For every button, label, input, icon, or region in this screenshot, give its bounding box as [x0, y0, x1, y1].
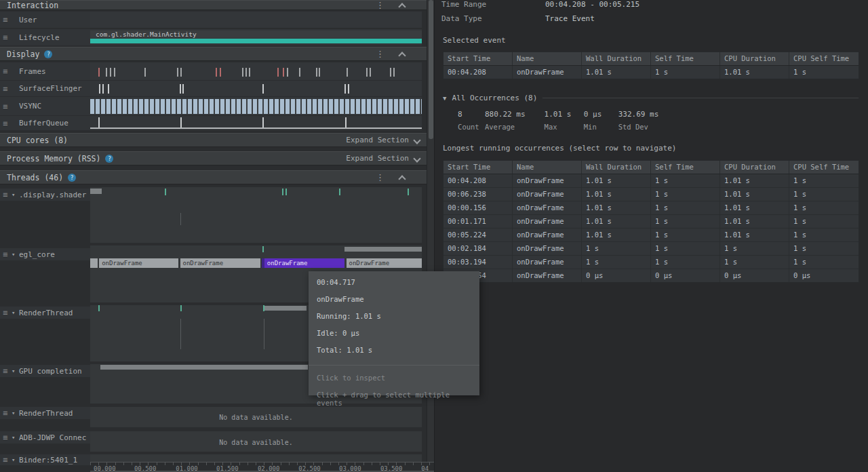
- column-header[interactable]: Name: [513, 52, 582, 65]
- table-row[interactable]: 00:00.156 onDrawFrame 1.01 s 1 s 1.01 s …: [443, 201, 859, 215]
- kebab-menu-icon[interactable]: ⋮: [376, 172, 384, 182]
- expand-caret-icon[interactable]: ▾: [12, 434, 15, 441]
- table-row[interactable]: 00:04.208 onDrawFrame 1.01 s 1 s 1.01 s …: [443, 174, 859, 188]
- track-thread-display-shader[interactable]: [90, 187, 422, 243]
- thread-label-adb-jdwp[interactable]: ≡ ▾ ADB-JDWP Connec: [0, 431, 90, 444]
- drag-handle-icon[interactable]: ≡: [3, 84, 7, 94]
- drag-handle-icon[interactable]: ≡: [3, 102, 7, 111]
- column-header[interactable]: CPU Self Time: [789, 52, 859, 65]
- scrollbar-thumb[interactable]: [429, 0, 433, 139]
- drag-handle-icon[interactable]: ≡: [3, 366, 7, 376]
- row-label-surfaceflinger[interactable]: ≡ SurfaceFlinger: [0, 81, 90, 96]
- drag-handle-icon[interactable]: ≡: [3, 433, 7, 442]
- column-header[interactable]: Start Time: [443, 161, 513, 174]
- thread-label-renderthread[interactable]: ≡ ▾ RenderThread: [0, 307, 90, 319]
- lifecycle-event[interactable]: com.gl.shader.MainActivity: [90, 31, 422, 38]
- column-header[interactable]: CPU Duration: [720, 52, 789, 65]
- track-frames[interactable]: [90, 62, 422, 80]
- help-icon[interactable]: ?: [105, 155, 113, 163]
- column-header[interactable]: CPU Self Time: [789, 161, 859, 174]
- frames-ticks: [90, 68, 422, 77]
- help-icon[interactable]: ?: [68, 174, 76, 182]
- thread-label-display-shader[interactable]: ≡ ▾ .display.shader: [0, 189, 90, 201]
- expand-caret-icon[interactable]: ▾: [12, 191, 15, 198]
- expand-caret-icon[interactable]: ▾: [12, 309, 15, 316]
- table-row[interactable]: 00:04.208 onDrawFrame 1.01 s 1 s 1.01 s …: [443, 66, 859, 79]
- track-user[interactable]: [90, 12, 422, 28]
- drag-handle-icon[interactable]: ≡: [3, 66, 7, 76]
- table-row[interactable]: 00:01.171 onDrawFrame 1.01 s 1 s 1.01 s …: [443, 215, 859, 229]
- thread-label-egl-core[interactable]: ≡ ▾ egl_core: [0, 248, 90, 260]
- drag-handle-icon[interactable]: ≡: [3, 408, 7, 418]
- column-header[interactable]: Name: [513, 161, 582, 174]
- cell-name: onDrawFrame: [513, 256, 582, 269]
- lifecycle-activity-bar[interactable]: [90, 39, 422, 43]
- expand-section-button[interactable]: Expand Section: [346, 136, 420, 144]
- trace-event-ondrawframe[interactable]: onDrawFrame: [347, 258, 422, 268]
- row-label-lifecycle[interactable]: ≡ Lifecycle: [0, 29, 90, 45]
- cell-cpu-self-time: 1 s: [789, 66, 859, 79]
- drag-handle-icon[interactable]: ≡: [3, 308, 7, 317]
- section-header-interaction[interactable]: Interaction ⋮: [0, 0, 427, 10]
- column-header[interactable]: Wall Duration: [582, 161, 651, 174]
- all-occurrences-header[interactable]: ▼ All Occurrences (8): [443, 94, 859, 102]
- thread-label-binder[interactable]: ≡ ▾ Binder:5401_1: [0, 454, 90, 465]
- table-row[interactable]: 00:03.194 onDrawFrame 1 s 1 s 1 s 1 s: [443, 256, 859, 269]
- table-row[interactable]: 00:02.184 onDrawFrame 1 s 1 s 1 s 1 s: [443, 242, 859, 256]
- track-surfaceflinger[interactable]: [90, 81, 422, 96]
- bufferqueue-tick: [180, 117, 182, 127]
- expand-caret-icon[interactable]: ▾: [12, 251, 15, 258]
- drag-handle-icon[interactable]: ≡: [3, 119, 7, 128]
- stat: 1.01 s Max: [545, 110, 572, 131]
- track-vsync[interactable]: [90, 97, 422, 115]
- help-icon[interactable]: ?: [44, 50, 52, 58]
- time-axis[interactable]: 00.00000.50001.00001.50002.00002.50003.0…: [90, 462, 434, 472]
- kebab-menu-icon[interactable]: ⋮: [376, 49, 384, 59]
- expand-caret-icon[interactable]: ▾: [12, 410, 15, 416]
- column-header[interactable]: Self Time: [651, 161, 720, 174]
- surfaceflinger-tick: [180, 84, 181, 94]
- section-header-threads[interactable]: Threads (46) ? ⋮: [0, 170, 427, 184]
- row-label-bufferqueue[interactable]: ≡ BufferQueue: [0, 116, 90, 130]
- table-row[interactable]: 00:06.238 onDrawFrame 1.01 s 1 s 1.01 s …: [443, 188, 859, 201]
- row-label-vsync[interactable]: ≡ VSYNC: [0, 97, 90, 115]
- track-thread-binder[interactable]: [90, 454, 422, 462]
- column-header[interactable]: CPU Duration: [720, 161, 789, 174]
- disclosure-triangle-icon[interactable]: ▼: [443, 95, 446, 102]
- collapse-chevron-icon[interactable]: [399, 3, 405, 8]
- column-header[interactable]: Wall Duration: [582, 52, 651, 65]
- table-row[interactable]: 00:05.224 onDrawFrame 1.01 s 1 s 1.01 s …: [443, 229, 859, 242]
- drag-handle-icon[interactable]: ≡: [3, 15, 7, 24]
- row-label-user[interactable]: ≡ User: [0, 12, 90, 28]
- column-header[interactable]: Start Time: [443, 52, 513, 65]
- track-thread-renderthread-2[interactable]: No data available.: [90, 407, 422, 427]
- track-bufferqueue[interactable]: [90, 116, 422, 130]
- table-row[interactable]: 00:07.254 onDrawFrame 0 µs 0 µs 0 µs 0 µ…: [443, 269, 859, 282]
- drag-handle-icon[interactable]: ≡: [3, 33, 7, 42]
- expand-section-button[interactable]: Expand Section: [346, 154, 420, 163]
- drag-handle-icon[interactable]: ≡: [3, 250, 7, 259]
- thread-label-renderthread-2[interactable]: ≡ ▾ RenderThread: [0, 407, 90, 419]
- track-thread-adb-jdwp[interactable]: No data available.: [90, 431, 422, 452]
- drag-handle-icon[interactable]: ≡: [3, 190, 7, 199]
- expand-caret-icon[interactable]: ▾: [12, 368, 15, 374]
- trace-event-blocks: onDrawFrameonDrawFrameonDrawFrameonDrawF…: [90, 258, 422, 268]
- trace-event-ondrawframe[interactable]: onDrawFrame: [99, 258, 178, 268]
- cell-self-time: 1 s: [651, 201, 720, 214]
- track-lifecycle[interactable]: com.gl.shader.MainActivity: [90, 29, 422, 45]
- row-label-frames[interactable]: ≡ Frames: [0, 62, 90, 80]
- kebab-menu-icon[interactable]: ⋮: [376, 0, 384, 10]
- collapse-chevron-icon[interactable]: [399, 52, 405, 57]
- section-header-display[interactable]: Display ? ⋮: [0, 47, 427, 61]
- trace-event-ondrawframe[interactable]: [90, 258, 98, 268]
- drag-handle-icon[interactable]: ≡: [3, 455, 7, 465]
- expand-caret-icon[interactable]: ▾: [12, 456, 15, 463]
- column-header[interactable]: Self Time: [651, 52, 720, 65]
- trace-event-ondrawframe[interactable]: onDrawFrame: [262, 258, 344, 268]
- trace-event-ondrawframe[interactable]: onDrawFrame: [180, 258, 260, 268]
- thread-label-gpu-completion[interactable]: ≡ ▾ GPU completion: [0, 365, 90, 377]
- section-header-process-memory[interactable]: Process Memory (RSS) ? Expand Section: [0, 151, 427, 165]
- collapse-chevron-icon[interactable]: [399, 175, 405, 180]
- section-header-cpu-cores[interactable]: CPU cores (8) Expand Section: [0, 133, 427, 147]
- state-tick: [285, 189, 287, 195]
